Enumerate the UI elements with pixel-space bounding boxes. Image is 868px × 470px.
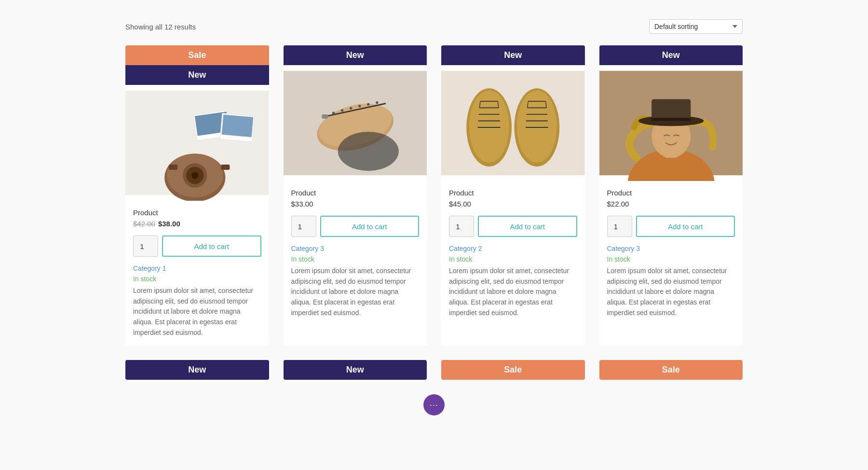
page-wrapper: Showing all 12 results Default sorting S… <box>96 0 772 435</box>
product-category-4[interactable]: Category 3 <box>607 245 735 252</box>
badge-new-2: New <box>284 45 427 65</box>
pagination-dots-button[interactable]: ··· <box>423 394 445 415</box>
price-original-1: $42.00 <box>133 220 155 228</box>
product-badge-container-2: New <box>284 45 427 65</box>
product-info-1: Product $42.00$38.00 Add to cart Categor… <box>125 201 269 346</box>
bottom-card-4: Sale <box>599 360 743 380</box>
product-price-4: $22.00 <box>607 200 735 208</box>
bottom-products-grid: New New Sale Sale <box>125 360 743 380</box>
product-description-2: Lorem ipsum dolor sit amet, consectetur … <box>291 266 420 318</box>
qty-input-4[interactable] <box>607 216 632 237</box>
bottom-badge-3: Sale <box>441 360 585 380</box>
showing-results-text: Showing all 12 results <box>125 23 196 31</box>
bottom-badge-2: New <box>284 360 427 380</box>
add-to-cart-row-1: Add to cart <box>133 235 261 257</box>
pagination-area: ··· <box>125 394 743 415</box>
add-to-cart-row-4: Add to cart <box>607 216 735 237</box>
price-3: $45.00 <box>449 200 471 208</box>
product-badge-container-4: New <box>599 45 743 65</box>
add-to-cart-button-3[interactable]: Add to cart <box>478 216 577 237</box>
qty-input-1[interactable] <box>133 235 158 257</box>
product-card-4: New <box>599 45 743 346</box>
svg-point-16 <box>332 112 334 114</box>
svg-rect-50 <box>651 118 691 121</box>
add-to-cart-button-1[interactable]: Add to cart <box>162 235 261 257</box>
product-badge-container-3: New <box>441 45 585 65</box>
product-price-1: $42.00$38.00 <box>133 220 261 228</box>
product-name-3: Product <box>449 189 577 197</box>
add-to-cart-button-2[interactable]: Add to cart <box>320 216 420 237</box>
product-price-3: $45.00 <box>449 200 577 208</box>
product-name-1: Product <box>133 208 261 217</box>
bottom-card-3: Sale <box>441 360 585 380</box>
add-to-cart-row-3: Add to cart <box>449 216 577 237</box>
product-image-3 <box>441 65 585 181</box>
product-description-1: Lorem ipsum dolor sit amet, consectetur … <box>133 286 261 338</box>
product-info-2: Product $33.00 Add to cart Category 3 In… <box>284 181 427 346</box>
badge-new-4: New <box>599 45 743 65</box>
badge-new-1: New <box>125 65 269 85</box>
svg-point-17 <box>341 109 343 111</box>
svg-rect-24 <box>441 71 585 175</box>
svg-point-19 <box>358 105 361 107</box>
bottom-card-1: New <box>125 360 269 380</box>
product-description-4: Lorem ipsum dolor sit amet, consectetur … <box>607 266 735 318</box>
product-stock-1: In stock <box>133 275 261 283</box>
svg-point-23 <box>338 132 398 171</box>
product-stock-3: In stock <box>449 255 577 263</box>
badge-new-3: New <box>441 45 585 65</box>
product-card-3: New <box>441 45 585 346</box>
product-image-2 <box>284 65 427 181</box>
product-image-1 <box>125 85 269 201</box>
product-category-3[interactable]: Category 2 <box>449 245 577 252</box>
price-sale-1: $38.00 <box>158 220 180 228</box>
svg-point-9 <box>191 172 198 179</box>
product-name-2: Product <box>291 189 420 197</box>
svg-point-18 <box>350 107 352 110</box>
product-card-1: Sale New <box>125 45 269 346</box>
add-to-cart-button-4[interactable]: Add to cart <box>636 216 735 237</box>
product-info-3: Product $45.00 Add to cart Category 2 In… <box>441 181 585 346</box>
price-4: $22.00 <box>607 200 629 208</box>
product-category-1[interactable]: Category 1 <box>133 264 261 272</box>
product-category-2[interactable]: Category 3 <box>291 245 420 252</box>
bottom-card-2: New <box>284 360 427 380</box>
qty-input-2[interactable] <box>291 216 316 237</box>
product-description-3: Lorem ipsum dolor sit amet, consectetur … <box>449 266 577 318</box>
svg-rect-11 <box>221 165 230 170</box>
product-name-4: Product <box>607 189 735 197</box>
product-stock-4: In stock <box>607 255 735 263</box>
toolbar: Showing all 12 results Default sorting S… <box>125 19 743 34</box>
product-stock-2: In stock <box>291 255 420 263</box>
bottom-badge-1: New <box>125 360 269 380</box>
products-grid: Sale New <box>125 45 743 346</box>
svg-rect-22 <box>322 114 328 119</box>
bottom-badge-4: Sale <box>599 360 743 380</box>
price-2: $33.00 <box>291 200 313 208</box>
product-image-4 <box>599 65 743 181</box>
product-info-4: Product $22.00 Add to cart Category 3 In… <box>599 181 743 346</box>
svg-point-21 <box>376 101 378 104</box>
svg-point-20 <box>367 103 369 106</box>
sorting-select[interactable]: Default sorting Sort by popularity Sort … <box>649 19 743 34</box>
product-badge-container-1: Sale New <box>125 45 269 85</box>
product-price-2: $33.00 <box>291 200 420 208</box>
svg-rect-4 <box>222 114 254 137</box>
badge-sale-1: Sale <box>125 45 269 65</box>
add-to-cart-row-2: Add to cart <box>291 216 420 237</box>
svg-rect-10 <box>169 165 177 170</box>
qty-input-3[interactable] <box>449 216 474 237</box>
product-card-2: New <box>284 45 427 346</box>
